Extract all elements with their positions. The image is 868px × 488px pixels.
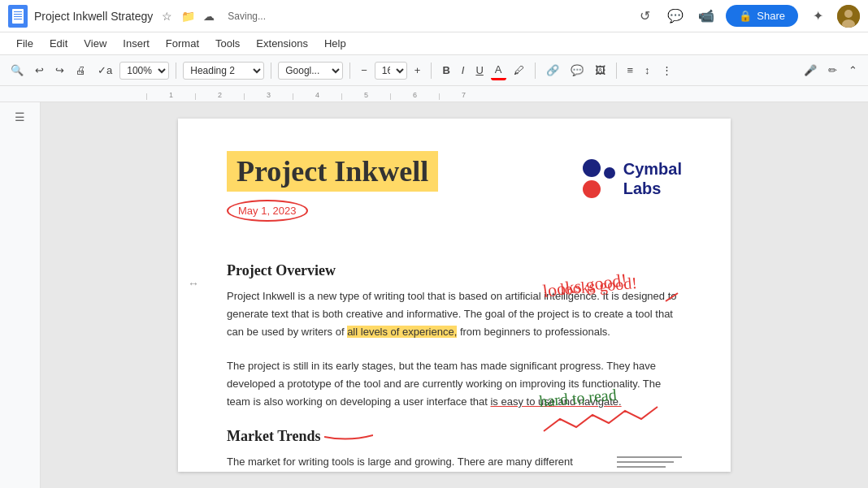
- cloud-icon[interactable]: ☁: [202, 9, 216, 24]
- dot-blue-right: [604, 167, 615, 179]
- link-btn[interactable]: 🔗: [542, 62, 563, 79]
- font-decrease-btn[interactable]: −: [357, 62, 371, 79]
- menu-format[interactable]: Format: [159, 36, 206, 51]
- divider-5: [535, 63, 536, 79]
- linespacing-btn[interactable]: ↕: [640, 62, 654, 79]
- lock-icon: 🔒: [739, 10, 752, 22]
- voice-btn[interactable]: 🎤: [800, 62, 821, 79]
- highlight-btn[interactable]: 🖊: [510, 62, 528, 79]
- italic-btn[interactable]: I: [458, 62, 469, 79]
- print-btn[interactable]: 🖨: [72, 62, 90, 79]
- font-color-btn[interactable]: A: [491, 61, 506, 80]
- divider-3: [349, 63, 350, 79]
- search-toolbar-icon[interactable]: 🔍: [7, 62, 28, 79]
- section-body-overview-1: Project Inkwell is a new type of writing…: [227, 287, 682, 341]
- cymbal-text: CymbalLabs: [623, 159, 682, 198]
- ruler-mark-3: 3: [244, 93, 293, 100]
- font-increase-btn[interactable]: +: [410, 62, 425, 79]
- menu-tools[interactable]: Tools: [209, 36, 246, 51]
- doc-header: Project Inkwell May 1, 2023 Cymb: [227, 151, 682, 222]
- align-btn[interactable]: ≡: [623, 62, 638, 79]
- share-button[interactable]: 🔒 Share: [726, 5, 798, 27]
- market-lines-decoration: [617, 456, 682, 472]
- highlighted-text: all levels of experience,: [347, 326, 457, 338]
- menu-view[interactable]: View: [77, 36, 113, 51]
- outline-icon[interactable]: ☰: [15, 110, 25, 123]
- font-size-select[interactable]: 16: [375, 62, 407, 80]
- section-market: Market Trends The market for writing too…: [227, 428, 682, 472]
- market-text: The market for writing tools is large an…: [227, 453, 601, 472]
- sidebar: ☰: [0, 102, 41, 488]
- dot-red-bottom: [583, 180, 601, 198]
- dot-blue-top: [583, 159, 601, 177]
- ruler-mark-1: 1: [146, 93, 195, 100]
- redo-btn[interactable]: ↪: [51, 62, 68, 79]
- market-underline-decoration: [324, 432, 373, 442]
- menu-edit[interactable]: Edit: [43, 36, 74, 51]
- doc-page[interactable]: ↔ Project Inkwell May 1, 2023: [178, 119, 731, 472]
- bold-btn[interactable]: B: [438, 62, 454, 79]
- main-area: ☰ ↔ Project Inkwell May 1, 2023: [0, 102, 868, 488]
- ruler-mark-4: 4: [293, 93, 341, 100]
- doc-title: Project Inkwell Strategy: [34, 10, 153, 23]
- underline-btn[interactable]: U: [471, 62, 487, 79]
- ruler-mark-7: 7: [439, 93, 488, 100]
- doc-icon: [8, 5, 28, 28]
- doc-area[interactable]: ↔ Project Inkwell May 1, 2023: [41, 102, 868, 488]
- style-select[interactable]: Heading 2: [183, 62, 264, 80]
- section-overview: Project Overview Project Inkwell is a ne…: [227, 262, 682, 412]
- market-columns: The market for writing tools is large an…: [227, 453, 682, 472]
- svg-point-1: [844, 10, 853, 18]
- folder-icon[interactable]: 📁: [180, 9, 195, 24]
- pen-btn[interactable]: ✏: [824, 62, 841, 79]
- divider-1: [176, 63, 176, 79]
- title-bar: Project Inkwell Strategy ☆ 📁 ☁ Saving...…: [0, 0, 868, 32]
- undo-btn[interactable]: ↩: [31, 62, 48, 79]
- cymbal-dots: [583, 159, 615, 198]
- star-icon[interactable]: ☆: [159, 9, 174, 24]
- spellcheck-btn[interactable]: ✓a: [93, 62, 116, 79]
- undo-history-icon[interactable]: ↺: [633, 5, 656, 28]
- menu-insert[interactable]: Insert: [116, 36, 156, 51]
- toolbar: 🔍 ↩ ↪ 🖨 ✓a 100% Heading 2 Googl... − 16 …: [0, 55, 868, 86]
- menu-file[interactable]: File: [10, 36, 40, 51]
- section-body-overview-2: The project is still in its early stages…: [227, 357, 682, 411]
- gemini-icon[interactable]: ✦: [806, 5, 829, 28]
- top-right-actions: ↺ 💬 📹 🔒 Share ✦: [633, 5, 860, 28]
- image-btn[interactable]: 🖼: [591, 62, 610, 79]
- project-title: Project Inkwell: [227, 151, 438, 192]
- section-title-market: Market Trends: [227, 428, 682, 445]
- font-select[interactable]: Googl...: [278, 62, 343, 80]
- divider-4: [431, 63, 432, 79]
- ruler-mark-5: 5: [341, 93, 390, 100]
- more-btn[interactable]: ⋮: [658, 62, 676, 79]
- avatar[interactable]: [837, 5, 860, 28]
- saving-status: Saving...: [228, 11, 266, 22]
- cymbal-logo: CymbalLabs: [583, 159, 682, 198]
- menu-help[interactable]: Help: [318, 36, 353, 51]
- ruler-mark-6: 6: [390, 93, 439, 100]
- ruler-mark-2: 2: [195, 93, 244, 100]
- comment-add-btn[interactable]: 💬: [566, 62, 588, 79]
- call-icon[interactable]: 📹: [695, 5, 718, 28]
- divider-6: [616, 63, 617, 79]
- expand-left-arrow[interactable]: ↔: [188, 277, 199, 290]
- menu-bar: File Edit View Insert Format Tools Exten…: [0, 32, 868, 55]
- expand-btn[interactable]: ⌃: [844, 62, 861, 79]
- zoom-select[interactable]: 100%: [119, 62, 169, 80]
- project-title-block: Project Inkwell May 1, 2023: [227, 151, 438, 222]
- date-badge: May 1, 2023: [227, 200, 308, 222]
- menu-extensions[interactable]: Extensions: [250, 36, 315, 51]
- comment-icon[interactable]: 💬: [664, 5, 687, 28]
- title-icons: ☆ 📁 ☁: [159, 9, 216, 24]
- underlined-text: is easy to use and navigate.: [490, 395, 621, 408]
- ruler: 1 2 3 4 5 6 7: [0, 86, 868, 102]
- divider-2: [271, 63, 271, 79]
- section-title-overview: Project Overview: [227, 262, 682, 279]
